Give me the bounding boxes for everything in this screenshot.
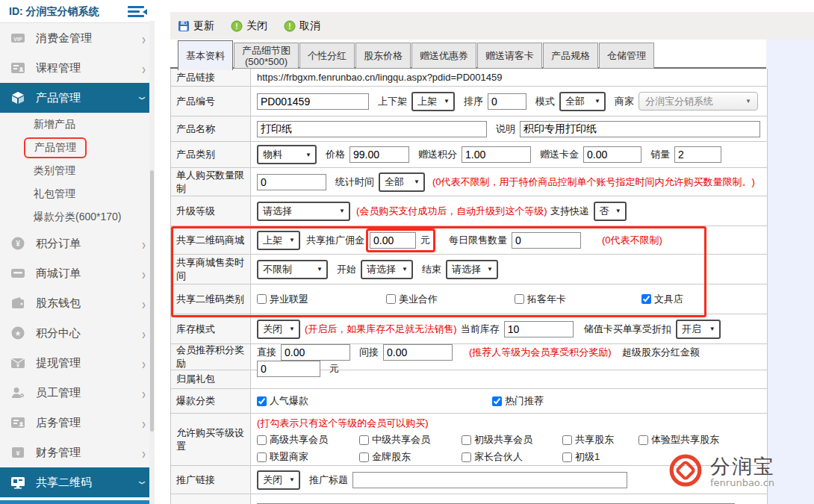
indirect-input[interactable] [383, 344, 453, 361]
upgrade-select[interactable]: 请选择▼ [257, 202, 350, 221]
sort-input[interactable] [488, 93, 526, 110]
svg-text:VIP: VIP [13, 37, 22, 42]
daily-limit-input[interactable] [512, 232, 581, 249]
tab-basic-info[interactable]: 基本资料 [178, 40, 233, 70]
collapse-menu-icon[interactable] [128, 4, 147, 19]
scrollbar-thumb[interactable] [150, 170, 154, 432]
sidebar-item-course[interactable]: 课程管理 › [0, 53, 155, 83]
svg-text:★: ★ [15, 329, 22, 337]
level-option[interactable]: 初级1 [562, 450, 600, 464]
tab-custom-dividend[interactable]: 个性分红 [299, 43, 355, 69]
promo-title-input[interactable] [352, 472, 627, 488]
row-stock-mode: 库存模式 关闭▼ (开启后，如果库存不足就无法销售) 当前库存 储值卡买单享受折… [171, 314, 767, 344]
checkbox[interactable] [639, 435, 648, 445]
checkbox[interactable] [562, 435, 572, 445]
sidebar-item-share-qrcode[interactable]: 共享二维码 › [0, 467, 155, 497]
level-option[interactable]: 家长合伙人 [462, 450, 562, 464]
sidebar-subitem-new-product[interactable]: 新增产品 [0, 113, 155, 136]
discount-select[interactable]: 开启▼ [676, 320, 721, 339]
row-member-reward: 会员推荐积分奖励 直接 间接 (推荐人等级为会员享受积分奖励) 超级股东分红金额… [171, 344, 767, 370]
level-option[interactable]: 金牌股东 [359, 450, 462, 464]
sidebar-item-store[interactable]: 店务管理 › [0, 408, 155, 438]
points-input[interactable] [462, 146, 531, 163]
sidebar-item-shareholder-wallet[interactable]: 股东钱包 › [0, 288, 155, 318]
limit-input[interactable] [257, 174, 326, 190]
chevron-down-icon: ▼ [305, 152, 311, 158]
price-input[interactable] [349, 146, 409, 163]
sidebar-scrollbar[interactable] [149, 21, 155, 504]
sidebar-item-points-center[interactable]: ★ 积分中心 › [0, 318, 155, 348]
sidebar-subitem-product-manage[interactable]: 产品管理 [0, 136, 155, 159]
current-stock-input[interactable] [504, 321, 574, 337]
share-cat-option[interactable]: 文具店 [641, 293, 683, 306]
tab-gift-guest-card[interactable]: 赠送请客卡 [477, 43, 542, 69]
tab-gift-coupon[interactable]: 赠送优惠券 [411, 43, 476, 69]
sidebar-item-staff[interactable]: 员工管理 › [0, 378, 155, 408]
stock-mode-select[interactable]: 关闭▼ [257, 320, 300, 339]
sidebar-item-finance[interactable]: ¥ 财务管理 › [0, 438, 155, 467]
sidebar-item-consumption[interactable]: VIP 消费金管理 › [0, 23, 155, 53]
level-option[interactable]: 共享股东 [562, 433, 639, 447]
card-input[interactable] [583, 146, 641, 163]
share-cat-option[interactable]: 美业合作 [386, 293, 515, 306]
checkbox[interactable] [257, 294, 267, 304]
field-label: 单人购买数量限制 [171, 168, 251, 196]
cancel-button[interactable]: ! 取消 [284, 19, 320, 33]
checkbox[interactable] [257, 452, 267, 462]
level-option[interactable]: 初级共享会员 [462, 433, 562, 447]
checkbox[interactable] [515, 294, 524, 304]
level-option[interactable]: 高级共享会员 [257, 433, 359, 447]
checkbox[interactable] [257, 435, 267, 445]
share-cat-option[interactable]: 异业联盟 [257, 293, 386, 306]
category-select[interactable]: 物料▼ [257, 145, 317, 164]
product-code-input[interactable] [257, 93, 369, 110]
share-shelf-select[interactable]: 上架▼ [257, 231, 300, 250]
discount-label: 储值卡买单享受折扣 [584, 323, 671, 336]
chevron-down-icon: ▼ [289, 326, 295, 332]
tab-product-spec[interactable]: 产品规格 [543, 43, 598, 69]
checkbox[interactable] [492, 396, 502, 406]
time-select[interactable]: 全部▼ [379, 172, 425, 192]
svg-text:!: ! [288, 22, 291, 31]
shelf-select[interactable]: 上架▼ [411, 92, 455, 111]
tab-shareholder-price[interactable]: 股东价格 [355, 43, 411, 69]
checkbox[interactable] [462, 435, 471, 445]
express-select[interactable]: 否▼ [594, 202, 627, 221]
tab-warehouse[interactable]: 仓储管理 [599, 43, 654, 69]
share-cat-option[interactable]: 拓客年卡 [515, 293, 641, 306]
hot-option[interactable]: 人气爆款 [257, 394, 492, 408]
merchant-combobox[interactable]: 分润宝分销系统▼ [639, 92, 758, 111]
commission-input[interactable] [370, 232, 416, 249]
level-option[interactable]: 体验型共享股东 [639, 433, 719, 447]
checkbox[interactable] [462, 452, 471, 462]
share-time-select[interactable]: 不限制▼ [257, 260, 328, 279]
promo-select[interactable]: 关闭▼ [257, 470, 300, 490]
checkbox[interactable] [257, 396, 267, 406]
sidebar-item-points-order[interactable]: ¥ 积分订单 › [0, 228, 155, 258]
sidebar-item-mall-order[interactable]: 商城订单 › [0, 258, 155, 288]
sidebar-subitem-giftpack-manage[interactable]: 礼包管理 [0, 182, 155, 205]
sidebar-item-product[interactable]: 产品管理 › [0, 83, 155, 113]
field-label: 库存模式 [171, 314, 251, 343]
direct-input[interactable] [281, 344, 350, 361]
checkbox[interactable] [359, 435, 369, 445]
sales-input[interactable] [674, 146, 721, 163]
level-option[interactable]: 中级共享会员 [359, 433, 462, 447]
sidebar-subitem-hot-category[interactable]: 爆款分类(600*170) [0, 205, 155, 228]
checkbox[interactable] [562, 452, 572, 462]
level-option[interactable]: 联盟商家 [257, 450, 359, 464]
tab-detail-images[interactable]: 产品细节图(500*500) [234, 43, 299, 69]
product-name-input[interactable] [257, 121, 487, 137]
mode-select[interactable]: 全部▼ [559, 92, 606, 111]
checkbox[interactable] [641, 294, 651, 304]
sidebar-subitem-category-manage[interactable]: 类别管理 [0, 159, 155, 182]
start-select[interactable]: 请选择▼ [361, 260, 413, 279]
end-select[interactable]: 请选择▼ [446, 260, 498, 279]
checkbox[interactable] [386, 294, 396, 304]
desc-input[interactable] [520, 121, 760, 137]
close-button[interactable]: ! 关闭 [231, 19, 267, 33]
checkbox[interactable] [359, 452, 369, 462]
update-button[interactable]: 更新 [178, 19, 214, 33]
sidebar-item-withdraw[interactable]: ¥ 提现管理 › [0, 348, 155, 378]
hot-option[interactable]: 热门推荐 [492, 394, 544, 408]
